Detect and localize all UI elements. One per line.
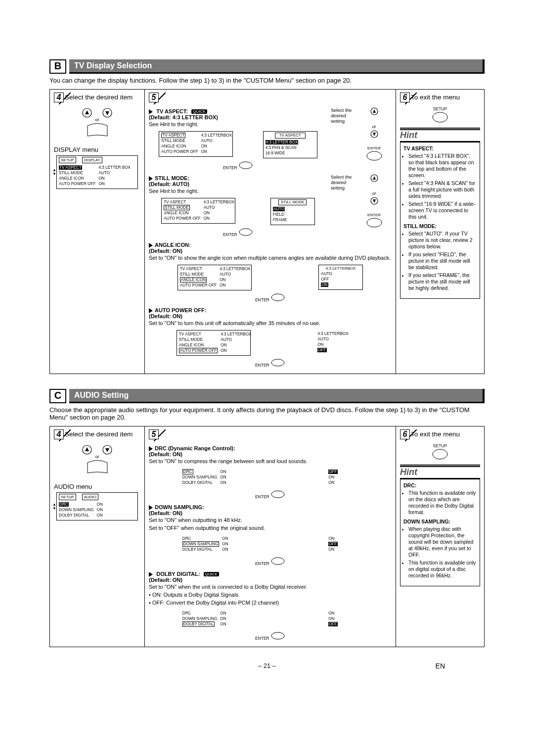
up-button-icon [81,106,93,121]
setup-button-icon [432,111,448,123]
enter-label: ENTER [255,561,269,566]
display-menu-label: DISPLAY menu [54,146,140,153]
or-label: or [360,124,388,129]
setup-label: SETUP [400,443,480,448]
dolby-digital-bullet2: • OFF: Convert the Dolby Digital into PC… [149,600,392,606]
select-setting-label: Select the desired setting [331,107,359,124]
svg-point-25 [271,632,284,639]
down-button-icon [368,197,381,212]
display-menu-osd: ▲▼ SETUP DISPLAY TV ASPECT4:3 LETTER BOX… [56,155,138,189]
enter-label: ENTER [255,494,269,499]
step4c-header: 4 Select the desired item [54,430,140,440]
enter-button-icon [270,359,285,367]
angle-icon-desc: Set to "ON" to show the angle icon when … [149,255,392,261]
svg-point-14 [367,218,382,227]
osd-tab-setup: SETUP [59,494,76,500]
osd-header: STILL MODE [278,199,307,205]
enter-button-icon [238,161,253,169]
language-mark: EN [436,662,445,670]
still-mode-default: (Default: AUTO) [149,181,327,187]
svg-point-8 [367,151,382,160]
hint-header: Hint [400,129,480,142]
drc-title: DRC (Dynamic Range Control): [155,445,235,451]
drc-desc: Set to "ON" to compress the range betwee… [149,458,392,464]
drc-default: (Default: ON) [149,451,392,457]
enter-button-icon [366,150,383,161]
up-button-icon [368,174,381,189]
audio-menu-label: AUDIO menu [54,483,140,490]
scroll-arrows-icon: ▲▼ [52,168,56,176]
setup-label: SETUP [400,106,480,111]
svg-point-24 [271,558,284,565]
hint-drc-head: DRC: [403,482,477,489]
step4-text: Select the desired item [65,94,133,101]
down-sampling-desc1: Set to "ON" when outputting in 48 kHz. [149,517,392,523]
audio-menu-osd: ▲▼ SETUP AUDIO DRCON DOWN SAMPLINGON DOL… [56,492,138,520]
section-c-letter: C [49,389,66,403]
enter-label: ENTER [360,146,388,150]
auto-power-desc: Set to "ON" to turn this unit off automa… [149,320,392,326]
svg-point-9 [239,162,252,169]
auto-power-title: AUTO POWER OFF: [155,307,206,313]
step6-text: To exit the menu [411,94,460,101]
section-b-intro: You can change the display functions. Fo… [49,77,485,84]
page-number: – 21 – [258,662,276,669]
hint-bullet: This function is available only on digit… [408,560,477,579]
svg-point-17 [271,359,284,366]
enter-label: ENTER [255,636,269,641]
hint-bullet: If you select "FIELD", the picture in th… [408,251,477,271]
osd-header: TV ASPECT [275,133,306,139]
section-c-intro: Choose the appropriate audio settings fo… [49,406,485,421]
angle-icon-default: (Default: ON) [149,248,392,254]
step6-num: 6 [400,93,410,102]
hint-bullet: This function is available only on the d… [408,490,477,516]
osd-header: 4:3 LETTERBOX [321,266,360,271]
setup-button-icon [432,448,448,460]
tv-aspect-desc: See Hint to the right. [149,121,327,127]
down-button-icon [101,106,114,121]
hint-bullet: Select "4:3 PAN & SCAN" for a full heigh… [408,180,477,199]
hint-body-c: DRC: This function is available only on … [400,479,480,586]
quick-pill: QUICK [204,572,219,576]
up-button-icon [81,443,93,458]
section-c-flow: 4 Select the desired item or AUDIO menu … [49,426,485,647]
step6c-header: 6 To exit the menu [400,430,480,440]
step4c-num: 4 [54,429,64,439]
step5-header: 5 [149,94,392,103]
enter-label: ENTER [360,213,388,217]
select-setting-label: Select the desired setting [331,174,359,190]
dolby-digital-bullet1: • ON: Outputs a Dolby Digital Signals [149,592,392,598]
svg-point-18 [433,112,447,122]
tv-aspect-default: (Default: 4:3 LETTER BOX) [149,114,327,120]
hint-ds-head: DOWN SAMPLING: [403,519,477,525]
hint-bullet: Select "16:9 WIDE" if a wide-screen TV i… [408,201,477,220]
step4-num: 4 [54,93,64,102]
hint-bullet: Select "4:3 LETTER BOX", so that black b… [408,153,477,179]
down-sampling-default: (Default: ON) [149,510,392,516]
or-label: or [95,454,99,459]
enter-button-icon [270,632,285,640]
down-sampling-title: DOWN SAMPLING: [155,504,204,510]
step4-header: 4 Select the desired item [54,94,140,103]
down-button-icon [368,130,381,145]
step6c-num: 6 [400,429,410,439]
auto-power-default: (Default: ON) [149,313,392,319]
step6-header: 6 To exit the menu [400,94,480,103]
quick-pill: QUICK [191,109,207,114]
enter-button-icon [270,293,285,301]
enter-button-icon [366,217,383,228]
section-b-title: TV Display Selection [69,59,485,74]
step5c-header: 5 [149,430,392,440]
svg-point-26 [433,449,447,459]
enter-label: ENTER [255,297,269,302]
up-button-icon [368,107,381,122]
enter-label: ENTER [255,363,269,368]
remote-outline-icon [83,460,112,474]
section-c-title: AUDIO Setting [69,389,485,403]
enter-button-icon [238,228,253,236]
section-b-letter: B [49,59,66,74]
down-sampling-desc2: Set to "OFF" when outputting the origina… [149,525,392,531]
enter-button-icon [270,490,285,498]
or-label: or [95,117,99,122]
svg-point-16 [271,294,284,301]
